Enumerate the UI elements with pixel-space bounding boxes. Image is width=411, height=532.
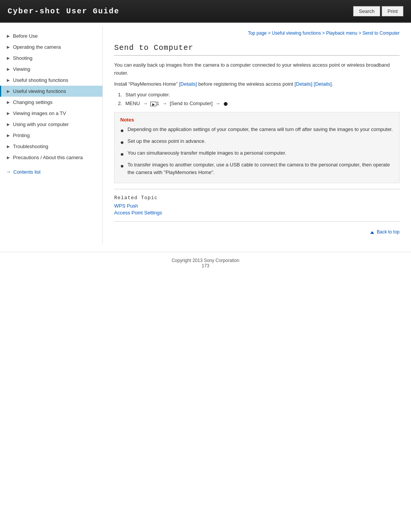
step-2-number: 2. (118, 101, 122, 106)
sidebar-label: Precautions / About this camera (13, 155, 83, 160)
contents-list-label: Contents list (13, 169, 41, 175)
sidebar-label: Before Use (13, 33, 38, 39)
note-item-3: ● You can simultaneously transfer multip… (120, 149, 393, 159)
play-box-icon: ▶ (150, 102, 156, 106)
sidebar-label: Shooting (13, 55, 32, 61)
arrow-icon: ▶ (7, 56, 11, 60)
sidebar: ▶ Before Use ▶ Operating the camera ▶ Sh… (0, 27, 103, 244)
arrow-icon: ▶ (7, 122, 11, 126)
header: Cyber-shot User Guide Search Print (0, 0, 411, 23)
note-item-1: ● Depending on the application settings … (120, 126, 393, 135)
install-paragraph: Install “PlayMemories Home” [Details] be… (114, 80, 400, 88)
confirm-icon (224, 102, 228, 106)
sidebar-label: Viewing (13, 66, 30, 72)
step-2-text: MENU → ▶1 → [Send to Computer] → (125, 101, 228, 106)
page-title: Send to Computer (114, 43, 400, 56)
arrow-icon: ▶ (7, 67, 11, 71)
breadcrumb-send-to-computer[interactable]: Send to Computer (363, 30, 400, 36)
arrow-right-icon: → (6, 169, 11, 175)
sidebar-label: Viewing images on a TV (13, 110, 66, 116)
sidebar-item-useful-viewing[interactable]: ▶ Useful viewing functions (0, 86, 102, 97)
related-link-wps-push[interactable]: WPS Push (114, 203, 400, 209)
sidebar-item-troubleshooting[interactable]: ▶ Troubleshooting (0, 141, 102, 152)
sidebar-label: Useful shooting functions (13, 77, 68, 83)
sidebar-item-precautions[interactable]: ▶ Precautions / About this camera (0, 152, 102, 163)
sidebar-item-changing-settings[interactable]: ▶ Changing settings (0, 97, 102, 108)
breadcrumb-playback-menu[interactable]: Playback menu (326, 30, 357, 36)
sidebar-label: Troubleshooting (13, 144, 48, 149)
arrow-icon: ▶ (7, 45, 11, 49)
sidebar-item-shooting[interactable]: ▶ Shooting (0, 53, 102, 64)
sidebar-item-using-computer[interactable]: ▶ Using with your computer (0, 119, 102, 130)
bullet-icon: ● (120, 126, 126, 135)
breadcrumb-sep-1: > (268, 30, 272, 36)
arrow-icon: ▶ (7, 155, 11, 160)
step-2: 2. MENU → ▶1 → [Send to Computer] → (118, 101, 400, 106)
contents-list-link[interactable]: → Contents list (0, 165, 102, 179)
breadcrumb-sep-2: > (322, 30, 326, 36)
sidebar-item-viewing-tv[interactable]: ▶ Viewing images on a TV (0, 108, 102, 119)
details-link-2[interactable]: [Details] (295, 81, 312, 87)
arrow-icon: ▶ (7, 89, 11, 93)
divider (114, 189, 400, 189)
footer: Copyright 2013 Sony Corporation 173 (0, 252, 411, 272)
breadcrumb-useful-viewing[interactable]: Useful viewing functions (272, 30, 321, 36)
note-text-3: You can simultaneously transfer multiple… (127, 149, 286, 157)
bullet-icon: ● (120, 150, 126, 159)
sidebar-label: Changing settings (13, 99, 53, 105)
arrow-icon: ▶ (7, 78, 11, 82)
arrow-icon: ▶ (7, 133, 11, 137)
step-1-text: Start your computer. (125, 92, 170, 97)
divider-2 (114, 221, 400, 222)
app-title: Cyber-shot User Guide (8, 7, 119, 16)
arrow-icon: ▶ (7, 111, 11, 115)
content-area: Top page > Useful viewing functions > Pl… (103, 27, 411, 244)
back-to-top-link[interactable]: Back to top (114, 227, 400, 236)
main-container: ▶ Before Use ▶ Operating the camera ▶ Sh… (0, 23, 411, 248)
triangle-up-icon (370, 231, 374, 234)
note-text-4: To transfer images to another computer, … (127, 161, 393, 176)
related-topic: Related Topic WPS Push Access Point Sett… (114, 195, 400, 216)
sidebar-label: Using with your computer (13, 121, 69, 127)
breadcrumb-top[interactable]: Top page (248, 30, 266, 36)
sidebar-label: Printing (13, 133, 30, 138)
arrow-icon: ▶ (7, 34, 11, 38)
back-to-top-label: Back to top (377, 229, 400, 235)
print-button[interactable]: Print (382, 6, 403, 16)
note-text-2: Set up the access point in advance. (127, 137, 206, 145)
steps-list: 1. Start your computer. 2. MENU → ▶1 → [… (118, 92, 400, 106)
bullet-icon: ● (120, 138, 126, 147)
arrow-icon: ▶ (7, 100, 11, 104)
intro-paragraph: You can easily back up images from the c… (114, 61, 400, 77)
sidebar-item-operating-camera[interactable]: ▶ Operating the camera (0, 42, 102, 53)
sidebar-item-useful-shooting[interactable]: ▶ Useful shooting functions (0, 75, 102, 86)
step-1: 1. Start your computer. (118, 92, 400, 97)
search-button[interactable]: Search (353, 6, 380, 16)
notes-box: Notes ● Depending on the application set… (114, 112, 400, 183)
breadcrumb-sep-3: > (358, 30, 362, 36)
details-link-3[interactable]: [Details] (314, 81, 332, 87)
arrow-icon: ▶ (7, 144, 11, 149)
breadcrumb: Top page > Useful viewing functions > Pl… (114, 30, 400, 38)
related-topic-title: Related Topic (114, 195, 400, 201)
sidebar-label: Operating the camera (13, 44, 61, 50)
sidebar-item-before-use[interactable]: ▶ Before Use (0, 30, 102, 42)
header-buttons: Search Print (353, 6, 403, 16)
sidebar-item-viewing[interactable]: ▶ Viewing (0, 64, 102, 75)
note-item-4: ● To transfer images to another computer… (120, 161, 393, 176)
note-text-1: Depending on the application settings of… (127, 126, 393, 133)
sidebar-label: Useful viewing functions (13, 88, 66, 94)
details-link-1[interactable]: [Details] (179, 81, 197, 87)
note-item-2: ● Set up the access point in advance. (120, 137, 393, 147)
related-link-access-point-settings[interactable]: Access Point Settings (114, 210, 400, 216)
step-1-number: 1. (118, 92, 122, 97)
page-number: 173 (202, 263, 209, 268)
notes-title: Notes (120, 117, 393, 123)
copyright-text: Copyright 2013 Sony Corporation (172, 258, 239, 263)
sidebar-item-printing[interactable]: ▶ Printing (0, 130, 102, 141)
bullet-icon: ● (120, 161, 126, 171)
